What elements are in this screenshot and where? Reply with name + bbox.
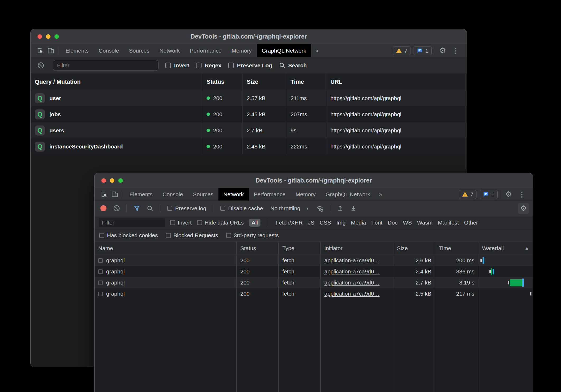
network-settings-gear-icon[interactable]: ⚙ — [518, 203, 529, 214]
tab-graphql-network[interactable]: GraphQL Network — [321, 188, 375, 200]
column-header-status[interactable]: Status — [202, 74, 242, 90]
initiator-link[interactable]: application-a7ca9d0… — [324, 257, 380, 264]
tab-console[interactable]: Console — [158, 188, 188, 200]
type-filter-manifest[interactable]: Manifest — [438, 220, 459, 226]
table-row[interactable]: Q users 200 2.7 kB 9s https://gitlab.com… — [31, 122, 467, 138]
disable-cache-checkbox[interactable] — [220, 206, 225, 211]
minimize-window-button[interactable] — [110, 178, 114, 183]
close-window-button[interactable] — [38, 34, 42, 39]
inspect-element-icon[interactable] — [35, 46, 45, 56]
close-window-button[interactable] — [101, 178, 106, 183]
tab-graphql-network[interactable]: GraphQL Network — [257, 44, 311, 57]
preserve-log-label: Preserve Log — [237, 62, 272, 69]
type-filter-fetch-xhr[interactable]: Fetch/XHR — [275, 220, 303, 226]
settings-gear-icon[interactable]: ⚙ — [436, 47, 449, 54]
filter-input[interactable] — [53, 60, 158, 71]
tab-sources[interactable]: Sources — [188, 188, 218, 200]
tab-sources[interactable]: Sources — [124, 44, 155, 57]
row-checkbox[interactable] — [98, 269, 103, 274]
tab-console[interactable]: Console — [94, 44, 124, 57]
type-filter-font[interactable]: Font — [371, 220, 382, 226]
column-header-name[interactable]: Name — [95, 242, 237, 255]
kebab-menu-icon[interactable]: ⋮ — [449, 47, 462, 54]
type-filter-wasm[interactable]: Wasm — [417, 220, 433, 226]
more-tabs-icon[interactable]: » — [375, 191, 386, 198]
column-header-size[interactable]: Size — [393, 242, 435, 255]
preserve-log-checkbox[interactable] — [167, 206, 172, 211]
network-conditions-icon[interactable] — [315, 203, 325, 213]
table-row[interactable]: graphql 200 fetch application-a7ca9d0… 2… — [95, 255, 533, 266]
column-header-initiator[interactable]: Initiator — [321, 242, 393, 255]
tab-performance[interactable]: Performance — [249, 188, 291, 200]
clear-icon[interactable] — [111, 203, 122, 213]
regex-checkbox[interactable] — [196, 63, 202, 68]
initiator-link[interactable]: application-a7ca9d0… — [324, 268, 380, 275]
initiator-cell: application-a7ca9d0… — [321, 266, 393, 277]
column-header-status[interactable]: Status — [237, 242, 279, 255]
settings-gear-icon[interactable]: ⚙ — [502, 190, 515, 198]
table-row[interactable]: graphql 200 fetch application-a7ca9d0… 2… — [95, 288, 533, 299]
warnings-badge[interactable]: 7 — [393, 46, 411, 55]
preserve-log-checkbox[interactable] — [228, 63, 234, 68]
filter-funnel-icon[interactable] — [132, 203, 142, 213]
initiator-link[interactable]: application-a7ca9d0… — [324, 279, 380, 286]
column-header-time[interactable]: Time — [435, 242, 478, 255]
table-row[interactable]: Q user 200 2.57 kB 211ms https://gitlab.… — [31, 90, 467, 106]
type-filter-doc[interactable]: Doc — [388, 220, 398, 226]
row-checkbox[interactable] — [98, 281, 103, 285]
tab-network[interactable]: Network — [218, 188, 249, 200]
column-header-query-mutation[interactable]: Query / Mutation — [31, 74, 202, 90]
column-header-time[interactable]: Time — [286, 74, 326, 90]
type-filter-img[interactable]: Img — [336, 220, 346, 226]
type-filter-css[interactable]: CSS — [320, 220, 331, 226]
device-toolbar-icon[interactable] — [109, 189, 120, 199]
blocked-requests-checkbox[interactable] — [166, 233, 171, 238]
issues-badge[interactable]: 1 — [480, 190, 498, 199]
has-blocked-cookies-checkbox[interactable] — [99, 233, 104, 238]
warnings-badge[interactable]: 7 — [459, 190, 477, 199]
tab-network[interactable]: Network — [155, 44, 185, 57]
import-har-icon[interactable] — [335, 203, 345, 213]
clear-icon[interactable] — [35, 60, 46, 71]
tab-performance[interactable]: Performance — [185, 44, 227, 57]
column-header-size[interactable]: Size — [242, 74, 286, 90]
tab-memory[interactable]: Memory — [291, 188, 321, 200]
row-checkbox[interactable] — [98, 292, 103, 296]
tab-elements[interactable]: Elements — [124, 188, 158, 200]
issues-badge[interactable]: 1 — [414, 46, 432, 55]
search-icon[interactable] — [145, 203, 155, 213]
network-filter-input[interactable] — [99, 218, 165, 227]
zoom-window-button[interactable] — [54, 34, 59, 39]
minimize-window-button[interactable] — [46, 34, 50, 39]
column-header-url[interactable]: URL — [326, 74, 467, 90]
invert-checkbox[interactable] — [170, 220, 175, 225]
table-row[interactable]: graphql 200 fetch application-a7ca9d0… 2… — [95, 266, 533, 277]
type-filter-other[interactable]: Other — [464, 220, 478, 226]
zoom-window-button[interactable] — [118, 178, 123, 183]
record-button[interactable] — [100, 205, 106, 211]
export-har-icon[interactable] — [348, 203, 359, 213]
device-toolbar-icon[interactable] — [45, 46, 56, 56]
more-tabs-icon[interactable]: » — [311, 47, 322, 54]
hide-data-urls-checkbox[interactable] — [197, 220, 202, 225]
table-row[interactable]: Q jobs 200 2.45 kB 207ms https://gitlab.… — [31, 106, 467, 122]
table-row[interactable]: Q instanceSecurityDashboard 200 2.48 kB … — [31, 138, 467, 155]
column-header-waterfall[interactable]: Waterfall ▲ — [478, 242, 533, 255]
type-filter-ws[interactable]: WS — [403, 220, 412, 226]
type-filter-all[interactable]: All — [249, 219, 260, 227]
row-checkbox[interactable] — [98, 258, 103, 263]
tab-memory[interactable]: Memory — [227, 44, 257, 57]
url-cell: https://gitlab.com/api/graphql — [326, 90, 467, 106]
kebab-menu-icon[interactable]: ⋮ — [515, 191, 529, 198]
initiator-link[interactable]: application-a7ca9d0… — [324, 291, 380, 297]
type-filter-js[interactable]: JS — [308, 220, 315, 226]
inspect-element-icon[interactable] — [99, 189, 109, 199]
tab-elements[interactable]: Elements — [60, 44, 94, 57]
table-row[interactable]: graphql 200 fetch application-a7ca9d0… 2… — [95, 277, 533, 288]
invert-checkbox[interactable] — [165, 63, 171, 68]
column-header-type[interactable]: Type — [279, 242, 321, 255]
type-filter-media[interactable]: Media — [351, 220, 366, 226]
search-control[interactable]: Search — [279, 62, 307, 69]
third-party-requests-checkbox[interactable] — [226, 233, 231, 238]
throttling-dropdown[interactable]: No throttling ▼ — [268, 205, 312, 212]
